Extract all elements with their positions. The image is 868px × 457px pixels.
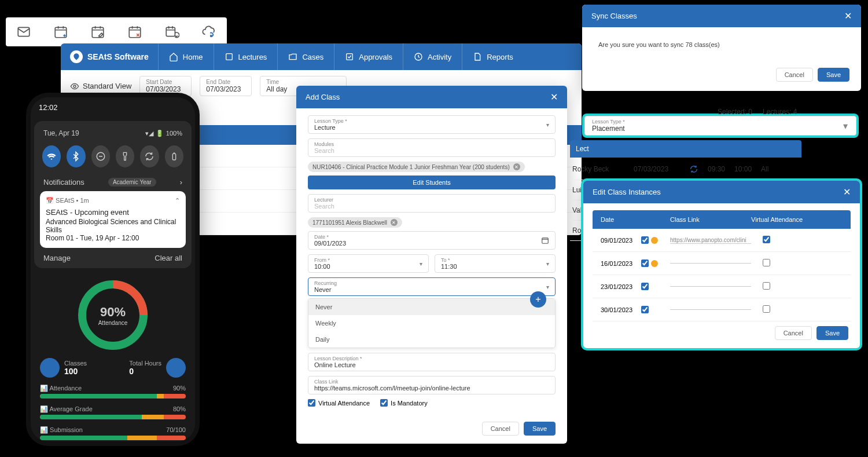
notification-panel: Tue, Apr 19▾◢🔋100% NotificationsAcademic… xyxy=(34,121,192,268)
virtual-attendance-checkbox[interactable] xyxy=(763,236,770,243)
dropdown-option[interactable]: Never xyxy=(308,299,555,315)
description-field[interactable]: Lesson Description *Online Lecture xyxy=(308,353,556,371)
close-icon[interactable]: ✕ xyxy=(843,187,851,198)
svg-rect-4 xyxy=(166,27,175,36)
virtual-attendance-checkbox[interactable] xyxy=(763,282,770,290)
notification-card[interactable]: 📅 SEAtS • 1m⌃ SEAtS - Upcoming event Adv… xyxy=(40,191,186,248)
class-link-field[interactable]: Class Linkhttps://teams.microsoft.com/l/… xyxy=(308,376,556,394)
nav-home[interactable]: Home xyxy=(158,43,214,70)
remove-chip-icon[interactable]: ✕ xyxy=(513,163,520,170)
recurring-dropdown: Never Weekly Daily xyxy=(308,298,556,348)
mail-icon[interactable] xyxy=(16,24,31,39)
virtual-attendance-checkbox[interactable] xyxy=(763,259,770,266)
sync-message: Are you sure you want to sync 78 class(e… xyxy=(582,27,861,62)
to-time-select[interactable]: To *11:30 xyxy=(435,254,556,273)
class-link-cell[interactable] xyxy=(670,309,751,310)
calendar-delete-icon[interactable] xyxy=(127,24,142,39)
virtual-attendance-checkbox[interactable]: Virtual Attendance xyxy=(308,399,370,407)
wifi-toggle[interactable] xyxy=(42,145,61,167)
bluetooth-toggle[interactable] xyxy=(67,145,85,167)
right-table-header: Lect xyxy=(570,140,801,158)
dnd-toggle[interactable] xyxy=(91,145,110,167)
manage-button[interactable]: Manage xyxy=(43,254,71,262)
date-checkbox[interactable] xyxy=(641,259,649,267)
attendance-ring: 90%Attendance xyxy=(78,280,148,350)
edit-class-instances-modal: Edit Class Instances✕ DateClass LinkVirt… xyxy=(583,181,860,348)
save-button[interactable]: Save xyxy=(818,68,849,82)
svg-rect-0 xyxy=(18,27,30,36)
lesson-type-floating-select[interactable]: Lesson Type * Placement xyxy=(584,116,856,136)
dropdown-option[interactable]: Daily xyxy=(308,331,555,348)
close-icon[interactable]: ✕ xyxy=(844,10,852,21)
modal-title: Edit Class Instances xyxy=(593,188,661,196)
save-button[interactable]: Save xyxy=(524,422,556,436)
nav-reports[interactable]: Reports xyxy=(462,43,524,70)
nav-cases[interactable]: Cases xyxy=(277,43,334,70)
cloud-sync-icon[interactable] xyxy=(201,24,216,39)
calendar-icon xyxy=(541,236,549,244)
warning-icon xyxy=(651,237,658,244)
rotate-toggle[interactable] xyxy=(140,145,159,167)
module-chip: NUR10406 - Clinical Practice Module 1 Ju… xyxy=(308,162,525,172)
edit-students-button[interactable]: Edit Students xyxy=(308,176,556,189)
class-link-cell[interactable] xyxy=(670,286,751,287)
add-class-modal: Add Class✕ Lesson Type *Lecture ModulesS… xyxy=(296,86,567,444)
chevron-up-icon[interactable]: ⌃ xyxy=(175,197,180,204)
lesson-type-select[interactable]: Lesson Type *Lecture xyxy=(308,115,556,134)
modules-search[interactable]: ModulesSearch xyxy=(308,138,556,157)
app-nav: SEAtS Software Home Lectures Cases Appro… xyxy=(61,43,582,70)
modal-title: Add Class xyxy=(306,93,340,101)
nav-activity[interactable]: Activity xyxy=(403,43,462,70)
instance-row: 16/01/2023 xyxy=(593,252,851,275)
lecture-row[interactable]: Rocky Beck07/03/202309:3010:00All xyxy=(570,159,801,180)
clear-all-button[interactable]: Clear all xyxy=(155,254,182,262)
end-date-field[interactable]: End Date07/03/2023 xyxy=(200,76,252,96)
class-link-cell[interactable]: https://www.panopto.com/clini xyxy=(670,237,751,244)
svg-rect-10 xyxy=(172,153,175,160)
eci-table-header: DateClass LinkVirtual Attendance xyxy=(593,210,851,229)
svg-rect-6 xyxy=(347,54,353,60)
mandatory-checkbox[interactable]: Is Mandatory xyxy=(380,399,428,407)
lecturer-search[interactable]: LecturerSearch xyxy=(308,194,556,213)
cancel-button[interactable]: Cancel xyxy=(775,326,812,340)
recurring-select[interactable]: RecurringNever xyxy=(308,277,556,296)
svg-rect-5 xyxy=(226,54,232,60)
modal-title: Sync Classes xyxy=(591,12,637,20)
brand-icon xyxy=(70,50,83,63)
dropdown-option[interactable]: Weekly xyxy=(308,315,555,331)
class-link-cell[interactable] xyxy=(670,263,751,264)
toolbar-strip xyxy=(6,17,227,46)
brand: SEAtS Software xyxy=(61,50,158,63)
cancel-button[interactable]: Cancel xyxy=(482,422,519,436)
phone-mockup: 90%Attendance Classes100 Total Hours0 📊 … xyxy=(26,93,200,446)
date-checkbox[interactable] xyxy=(641,306,649,313)
sync-icon xyxy=(689,164,698,174)
quick-settings xyxy=(40,140,186,173)
svg-point-8 xyxy=(73,85,76,87)
virtual-attendance-checkbox[interactable] xyxy=(763,305,770,313)
close-icon[interactable]: ✕ xyxy=(550,92,558,103)
date-checkbox[interactable] xyxy=(641,236,649,244)
flashlight-toggle[interactable] xyxy=(116,145,134,167)
instance-row: 23/01/2023 xyxy=(593,275,851,298)
remove-chip-icon[interactable]: ✕ xyxy=(391,219,398,226)
calendar-edit-icon[interactable] xyxy=(90,24,105,39)
calendar-sync-icon[interactable] xyxy=(164,24,179,39)
calendar-add-icon[interactable] xyxy=(53,24,68,39)
date-checkbox[interactable] xyxy=(641,283,649,290)
nav-lectures[interactable]: Lectures xyxy=(214,43,278,70)
brand-text: SEAtS Software xyxy=(87,52,149,61)
instance-row: 09/01/2023https://www.panopto.com/clini xyxy=(593,229,851,252)
battery-saver-toggle[interactable] xyxy=(165,145,183,167)
instance-row: 30/01/2023 xyxy=(593,298,851,321)
date-field[interactable]: Date *09/01/2023 xyxy=(308,231,556,250)
nav-approvals[interactable]: Approvals xyxy=(334,43,403,70)
lecturer-chip: 1771101951 Alexis Blackwell✕ xyxy=(308,217,402,228)
cancel-button[interactable]: Cancel xyxy=(776,68,813,82)
sync-classes-modal: Sync Classes✕ Are you sure you want to s… xyxy=(582,5,861,91)
svg-rect-11 xyxy=(542,238,549,243)
view-toggle[interactable]: Standard View xyxy=(70,82,131,91)
from-time-select[interactable]: From *10:00 xyxy=(308,254,429,273)
save-button[interactable]: Save xyxy=(816,326,848,340)
warning-icon xyxy=(651,260,658,267)
